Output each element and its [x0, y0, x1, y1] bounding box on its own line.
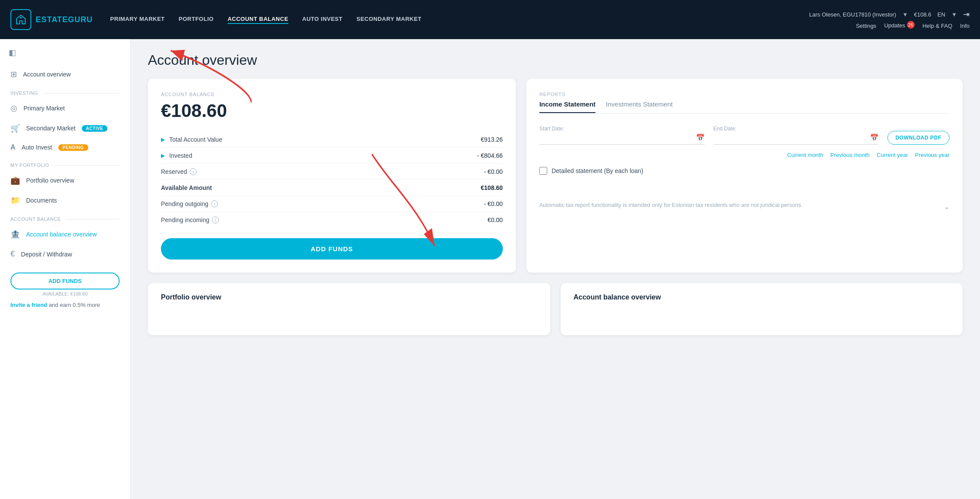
user-balance: €108.6: [914, 11, 931, 18]
reserved-value: - €0.00: [484, 168, 503, 175]
sidebar-collapse-btn[interactable]: ◧: [0, 48, 130, 64]
info-link[interactable]: Info: [960, 23, 970, 29]
invested-value: - €804.66: [477, 152, 503, 159]
top-nav: ESTATEGURU PRIMARY MARKET PORTFOLIO ACCO…: [0, 0, 980, 39]
auto-invest-icon: A: [10, 143, 16, 151]
tax-notice-expand-icon[interactable]: ⌄: [944, 202, 950, 212]
sidebar-label-auto-invest: Auto Invest: [22, 144, 52, 151]
svg-point-0: [20, 17, 22, 19]
sidebar-item-documents[interactable]: 📁 Documents: [0, 190, 130, 210]
sidebar-item-deposit-withdraw[interactable]: € Deposit / Withdraw: [0, 244, 130, 264]
updates-badge: 26: [907, 21, 915, 29]
detailed-statement-row: Detailed statement (By each loan): [539, 167, 950, 175]
pending-out-info-icon[interactable]: i: [211, 200, 218, 207]
pending-in-info-icon[interactable]: i: [212, 216, 219, 223]
download-pdf-button[interactable]: DOWNLOAD PDF: [887, 131, 950, 145]
sidebar-section-account-balance: Account balance: [0, 210, 130, 224]
updates-link[interactable]: Updates 26: [884, 22, 915, 30]
logout-icon[interactable]: ⇥: [963, 10, 970, 19]
add-funds-sidebar-button[interactable]: ADD FUNDS: [10, 273, 120, 289]
sidebar-item-account-overview[interactable]: ⊞ Account overview: [0, 64, 130, 84]
detailed-statement-checkbox[interactable]: [539, 167, 547, 175]
quick-link-previous-month[interactable]: Previous month: [830, 152, 870, 158]
sidebar-item-auto-invest[interactable]: A Auto Invest PENDING: [0, 138, 130, 156]
end-date-calendar-icon[interactable]: 📅: [870, 133, 879, 142]
page-title: Account overview: [148, 52, 963, 68]
nav-account-balance[interactable]: ACCOUNT BALANCE: [227, 16, 288, 24]
quick-link-previous-year[interactable]: Previous year: [915, 152, 950, 158]
portfolio-icon: 💼: [10, 176, 20, 185]
sidebar-section-portfolio: My portfolio: [0, 156, 130, 170]
start-date-field: Start Date: 📅: [539, 126, 705, 145]
chevron-right-icon-2: ▶: [161, 153, 165, 159]
sidebar-item-secondary-market[interactable]: 🛒 Secondary Market ACTIVE: [0, 118, 130, 138]
quick-link-current-year[interactable]: Current year: [876, 152, 908, 158]
reports-section-label: REPORTS: [539, 92, 950, 97]
sidebar-item-portfolio-overview[interactable]: 💼 Portfolio overview: [0, 170, 130, 190]
account-balance-card: ACCOUNT BALANCE €108.60 ▶ Total Account …: [148, 79, 516, 273]
date-row: Start Date: 📅 End Date: 📅 DOWNLOA: [539, 126, 950, 145]
top-right-area: Lars Olesen, EGU17810 (Investor) ▼ €108.…: [809, 10, 970, 30]
reserved-label: Reserved: [161, 168, 187, 175]
tab-investments-statement[interactable]: Investments Statement: [606, 100, 672, 113]
cards-row: ACCOUNT BALANCE €108.60 ▶ Total Account …: [148, 79, 963, 273]
bottom-cards-row: Portfolio overview Account balance overv…: [148, 283, 963, 335]
start-date-label: Start Date:: [539, 126, 705, 132]
balance-row-pending-out: Pending outgoing i - €0.00: [161, 196, 503, 212]
quick-link-current-month[interactable]: Current month: [787, 152, 823, 158]
balance-section-label: ACCOUNT BALANCE: [161, 92, 503, 97]
reports-tabs: Income Statement Investments Statement: [539, 100, 950, 113]
nav-portfolio[interactable]: PORTFOLIO: [179, 16, 214, 24]
secondary-market-badge: ACTIVE: [82, 125, 108, 132]
user-info[interactable]: Lars Olesen, EGU17810 (Investor): [809, 11, 896, 18]
secondary-market-icon: 🛒: [10, 123, 20, 133]
main-nav: PRIMARY MARKET PORTFOLIO ACCOUNT BALANCE…: [110, 16, 809, 24]
help-faq-link[interactable]: Help & FAQ: [923, 23, 953, 29]
documents-icon: 📁: [10, 196, 20, 205]
reserved-info-icon[interactable]: i: [190, 168, 197, 175]
pending-out-label: Pending outgoing: [161, 200, 208, 207]
balance-amount: €108.60: [161, 100, 503, 121]
nav-primary-market[interactable]: PRIMARY MARKET: [110, 16, 164, 24]
balance-row-total: ▶ Total Account Value €913.26: [161, 132, 503, 148]
nav-auto-invest[interactable]: AUTO INVEST: [302, 16, 343, 24]
balance-row-invested: ▶ Invested - €804.66: [161, 148, 503, 164]
sidebar-label-secondary-market: Secondary Market: [26, 125, 76, 132]
sidebar-label-balance-overview: Account balance overview: [26, 231, 97, 238]
sidebar-item-primary-market[interactable]: ◎ Primary Market: [0, 98, 130, 118]
sidebar-label-account-overview: Account overview: [23, 71, 71, 78]
start-date-input[interactable]: [539, 134, 692, 141]
sidebar-label-primary-market: Primary Market: [23, 105, 65, 112]
total-account-label: Total Account Value: [169, 136, 222, 143]
add-funds-main-button[interactable]: ADD FUNDS: [161, 238, 503, 259]
primary-market-icon: ◎: [10, 103, 17, 113]
detailed-statement-label[interactable]: Detailed statement (By each loan): [552, 167, 643, 174]
sidebar-item-account-balance-overview[interactable]: 🏦 Account balance overview: [0, 224, 130, 244]
end-date-input[interactable]: [713, 134, 866, 141]
lang-selector[interactable]: EN: [937, 11, 945, 18]
sidebar: ◧ ⊞ Account overview Investing ◎ Primary…: [0, 39, 130, 499]
pending-in-value: €0.00: [488, 216, 503, 223]
invite-text: Invite a friend and earn 0.5% more: [0, 302, 130, 308]
main-content: Account overview ACCOUNT BALANCE €108.60…: [130, 39, 980, 499]
total-account-value: €913.26: [481, 136, 503, 143]
deposit-icon: €: [10, 250, 15, 259]
nav-secondary-market[interactable]: SECONDARY MARKET: [356, 16, 421, 24]
balance-overview-icon: 🏦: [10, 230, 20, 239]
balance-overview-card-title: Account balance overview: [574, 293, 950, 301]
portfolio-overview-card: Portfolio overview: [148, 283, 550, 335]
tax-notice: Automatic tax report functionality is in…: [539, 201, 950, 210]
available-label: AVAILABLE: €108.60: [0, 291, 130, 296]
sidebar-label-deposit-withdraw: Deposit / Withdraw: [21, 251, 72, 258]
tab-income-statement[interactable]: Income Statement: [539, 100, 595, 113]
end-date-label: End Date:: [713, 126, 879, 132]
settings-link[interactable]: Settings: [856, 23, 876, 29]
balance-row-reserved: Reserved i - €0.00: [161, 164, 503, 180]
available-amount-value: €108.60: [481, 184, 503, 191]
balance-row-pending-in: Pending incoming i €0.00: [161, 212, 503, 228]
start-date-calendar-icon[interactable]: 📅: [696, 133, 705, 142]
dashboard-icon: ⊞: [10, 70, 17, 79]
invite-link[interactable]: Invite a friend: [10, 302, 47, 308]
account-balance-overview-card: Account balance overview: [561, 283, 963, 335]
logo-icon: [10, 9, 31, 30]
